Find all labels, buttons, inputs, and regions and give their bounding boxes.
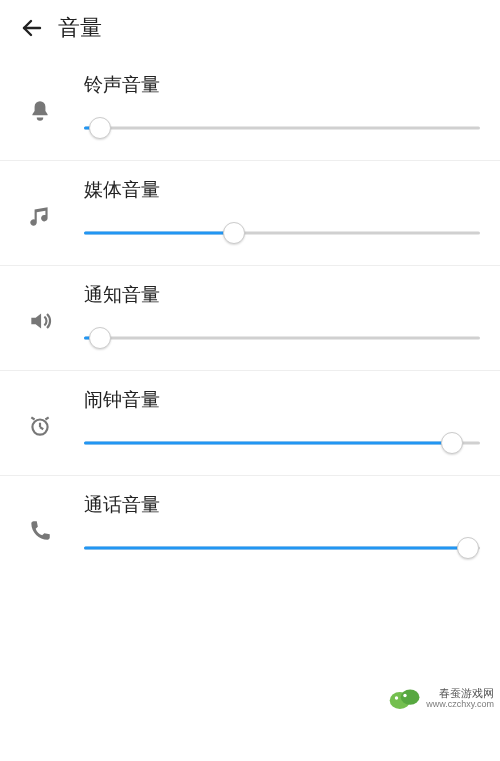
row-alarm: 闹钟音量 [0, 371, 500, 476]
row-label: 通话音量 [84, 492, 480, 518]
call-slider[interactable] [84, 536, 480, 560]
bell-icon [12, 98, 68, 124]
notify-slider[interactable] [84, 326, 480, 350]
watermark-domain: www.czchxy.com [426, 699, 494, 709]
page-title: 音量 [58, 13, 102, 43]
header: 音量 [0, 0, 500, 56]
svg-point-9 [403, 694, 406, 697]
alarm-clock-icon [12, 413, 68, 439]
svg-line-5 [45, 417, 48, 419]
svg-point-8 [395, 696, 398, 699]
phone-icon [12, 518, 68, 544]
row-label: 铃声音量 [84, 72, 480, 98]
ringtone-slider[interactable] [84, 116, 480, 140]
speaker-icon [12, 308, 68, 334]
svg-point-7 [401, 690, 420, 705]
svg-line-3 [40, 427, 43, 429]
media-slider[interactable] [84, 221, 480, 245]
row-call: 通话音量 [0, 476, 500, 580]
row-ringtone: 铃声音量 [0, 56, 500, 161]
watermark-logo-icon [388, 685, 422, 711]
volume-list: 铃声音量 媒体音量 通知音量 [0, 56, 500, 580]
row-label: 通知音量 [84, 282, 480, 308]
watermark-text: 春蚕游戏网 [426, 687, 494, 699]
back-button[interactable] [12, 8, 52, 48]
music-note-icon [12, 203, 68, 229]
row-notify: 通知音量 [0, 266, 500, 371]
row-label: 闹钟音量 [84, 387, 480, 413]
watermark: 春蚕游戏网 www.czchxy.com [388, 685, 494, 711]
back-arrow-icon [20, 16, 44, 40]
row-label: 媒体音量 [84, 177, 480, 203]
row-media: 媒体音量 [0, 161, 500, 266]
svg-line-4 [31, 417, 34, 419]
alarm-slider[interactable] [84, 431, 480, 455]
